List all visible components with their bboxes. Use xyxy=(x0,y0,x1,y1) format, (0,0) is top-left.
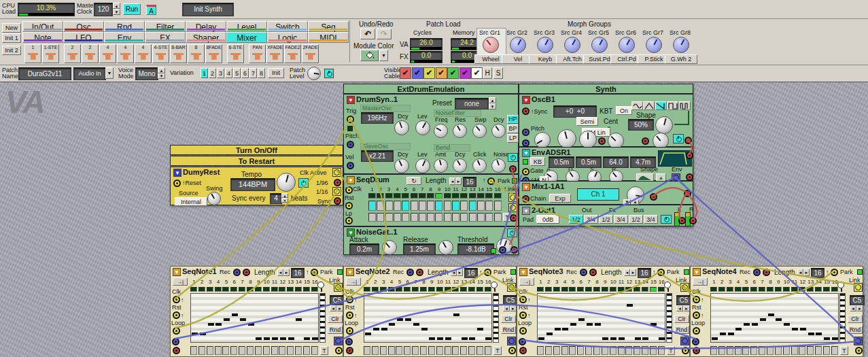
gate-step-cell[interactable] xyxy=(710,346,717,355)
noisegate-input-connector[interactable] xyxy=(499,246,506,254)
tri-wave-button[interactable] xyxy=(643,101,655,110)
out-power-button[interactable] xyxy=(661,215,672,224)
redo-button[interactable]: ↷ xyxy=(377,29,392,39)
loop-input-connector[interactable] xyxy=(693,327,700,335)
gate-step-cell[interactable] xyxy=(807,346,814,355)
gate-step-cell[interactable] xyxy=(561,346,568,355)
accent-step-cell[interactable] xyxy=(394,213,401,222)
note-step[interactable] xyxy=(413,323,419,326)
kb-button[interactable]: KB xyxy=(530,157,545,166)
tab-midi[interactable]: MIDI xyxy=(308,32,349,43)
channel-display[interactable]: Ch 1 xyxy=(577,188,619,201)
note-output-connector[interactable] xyxy=(345,338,353,345)
palette-module-xfade[interactable]: XFADE xyxy=(266,44,283,63)
clk-active-connector[interactable] xyxy=(332,168,341,177)
gate-step-cell[interactable] xyxy=(545,346,552,355)
variation-3[interactable]: 3 xyxy=(217,68,224,78)
attack-display[interactable]: 0.2m xyxy=(349,243,379,255)
voice-mode-display[interactable]: Mono xyxy=(135,67,158,80)
skip-button[interactable]: →| xyxy=(693,277,708,286)
tab-note[interactable]: Note xyxy=(22,32,63,43)
park-connector[interactable] xyxy=(311,269,318,276)
accent-step-cell[interactable] xyxy=(469,213,476,222)
filter-bp-button[interactable]: BP xyxy=(507,124,519,133)
gate-step-cell[interactable] xyxy=(602,346,608,355)
park-connector[interactable] xyxy=(484,269,491,276)
master-dcy-knob[interactable] xyxy=(394,120,409,135)
transpose-decrement[interactable]: ◄ xyxy=(850,305,856,311)
palette-module-2[interactable]: 2 xyxy=(82,44,99,63)
octave-scroll-handle[interactable] xyxy=(664,282,671,288)
tune-display[interactable]: +0 +0 xyxy=(553,105,597,118)
transpose-display[interactable]: C5 xyxy=(850,295,865,305)
variation-7[interactable]: 7 xyxy=(249,68,257,78)
trig-step-cell[interactable] xyxy=(385,201,393,211)
shape-display[interactable]: 50% xyxy=(628,119,654,131)
note-step[interactable] xyxy=(208,323,214,326)
noisegate-output-connector[interactable] xyxy=(510,246,518,254)
piano-roll[interactable] xyxy=(537,293,665,343)
filter-hp-button[interactable]: HP xyxy=(507,115,519,124)
cable-toggle-4[interactable]: ✔ xyxy=(436,67,447,79)
note-output-connector[interactable] xyxy=(172,338,179,345)
note-step[interactable] xyxy=(650,323,657,326)
gate-step-cell[interactable] xyxy=(618,346,625,355)
gate-step-cell[interactable] xyxy=(750,346,757,355)
octave-scroll-handle[interactable] xyxy=(491,282,498,288)
clear-button[interactable]: Clr xyxy=(501,315,516,323)
gate-output-connector[interactable] xyxy=(855,347,863,354)
trig-step-cell[interactable] xyxy=(427,201,434,211)
park-connector[interactable] xyxy=(657,269,665,276)
note-step[interactable] xyxy=(224,318,230,321)
group-header-synth[interactable]: Synth xyxy=(519,84,693,94)
gate-step-cell[interactable] xyxy=(642,346,648,355)
nf-swp-knob[interactable] xyxy=(472,124,487,138)
clk-input-connector[interactable] xyxy=(346,296,353,303)
skip-button[interactable]: →| xyxy=(519,277,534,286)
square-wave-button[interactable] xyxy=(667,101,678,110)
note-step[interactable] xyxy=(538,337,544,340)
piano-roll[interactable] xyxy=(190,293,319,343)
note-step[interactable] xyxy=(280,337,286,340)
accent-step-cell[interactable] xyxy=(385,213,393,222)
gate-step-cell[interactable] xyxy=(364,346,370,355)
module-menu-icon[interactable]: ▼ xyxy=(522,149,530,157)
note-step[interactable] xyxy=(578,318,585,321)
note-step[interactable] xyxy=(659,337,665,340)
gate-input-connector[interactable] xyxy=(693,347,700,354)
note-step[interactable] xyxy=(192,333,198,335)
cable-toggle-3[interactable]: ✔ xyxy=(423,67,435,79)
clk-input-connector[interactable] xyxy=(519,296,527,303)
note-step[interactable] xyxy=(389,323,395,326)
note-step[interactable] xyxy=(248,323,254,326)
trig-step-cell[interactable] xyxy=(368,201,376,211)
init2-button[interactable]: Init 2 xyxy=(2,46,21,55)
gate-step-cell[interactable] xyxy=(650,346,657,355)
trig-step-cell[interactable] xyxy=(477,201,485,211)
tab-level[interactable]: Level xyxy=(226,21,267,32)
accent-step-cell[interactable] xyxy=(460,213,468,222)
run-button[interactable]: Run xyxy=(123,3,141,15)
seqdrum-output-connector[interactable] xyxy=(510,214,517,222)
module-menu-icon[interactable]: ▼ xyxy=(173,169,181,177)
length-decrement[interactable]: ◄ xyxy=(277,269,283,276)
cable-toggle-1[interactable]: ✔ xyxy=(400,67,411,79)
gate-step-cell[interactable] xyxy=(207,346,213,355)
transpose-increment[interactable]: ► xyxy=(336,305,343,311)
gate-step-cell[interactable] xyxy=(742,346,749,355)
rst-input-connector[interactable] xyxy=(345,202,353,209)
t-button[interactable]: T xyxy=(320,346,328,355)
accent-step-cell[interactable] xyxy=(485,213,493,222)
note-step[interactable] xyxy=(562,328,568,330)
gate-step-cell[interactable] xyxy=(295,346,302,355)
gate-step-cell[interactable] xyxy=(263,346,270,355)
note-step[interactable] xyxy=(397,318,403,321)
note-step[interactable] xyxy=(570,323,576,326)
trig-step-cell[interactable] xyxy=(394,201,401,211)
length-decrement[interactable]: ◄ xyxy=(624,269,630,276)
length-decrement[interactable]: ◄ xyxy=(451,269,457,276)
tab-osc[interactable]: Osc xyxy=(63,21,104,32)
random-button[interactable]: Rnd xyxy=(328,326,343,334)
variation-6[interactable]: 6 xyxy=(241,68,249,78)
rst-input-connector[interactable] xyxy=(693,311,700,319)
